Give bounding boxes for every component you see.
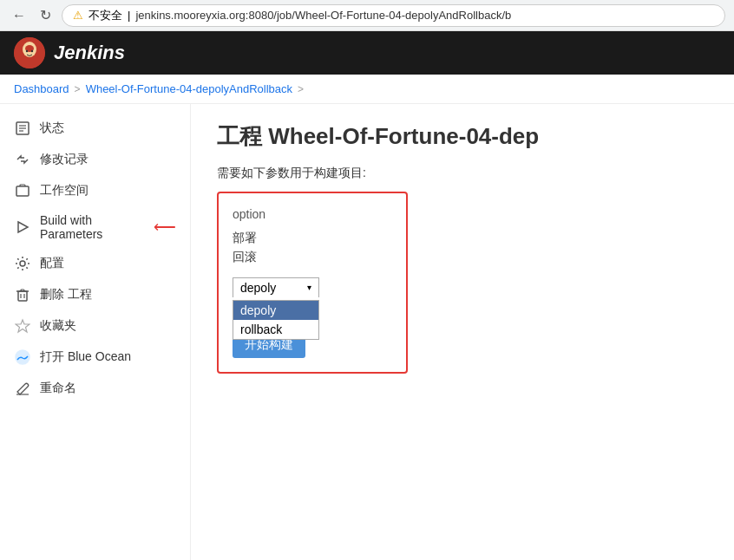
sidebar-label-status: 状态 — [40, 120, 64, 136]
dropdown-option-rollback[interactable]: rollback — [233, 320, 318, 339]
address-bar[interactable]: ⚠ 不安全 | jenkins.mooreyxia.org:8080/job/W… — [62, 4, 725, 27]
sidebar-label-rename: 重命名 — [40, 381, 76, 396]
rename-icon — [14, 380, 31, 397]
dropdown-option-depoly[interactable]: depoly — [233, 301, 318, 320]
dropdown-wrapper: depoly ▾ depoly rollback — [233, 277, 392, 297]
address-text: jenkins.mooreyxia.org:8080/job/Wheel-Of-… — [135, 9, 511, 22]
dropdown-current-value: depoly — [240, 281, 276, 295]
sidebar-label-favorites: 收藏夹 — [40, 318, 76, 334]
browser-bar: ← ↻ ⚠ 不安全 | jenkins.mooreyxia.org:8080/j… — [0, 0, 734, 31]
svg-rect-12 — [18, 291, 27, 301]
breadcrumb-project[interactable]: Wheel-Of-Fortune-04-depolyAndRollback — [86, 82, 292, 95]
security-label: 不安全 — [88, 8, 122, 23]
sidebar-label-blue-ocean: 打开 Blue Ocean — [40, 349, 131, 365]
sidebar-label-delete: 删除 工程 — [40, 287, 92, 303]
subtitle: 需要如下参数用于构建项目: — [217, 166, 708, 181]
breadcrumb: Dashboard > Wheel-Of-Fortune-04-depolyAn… — [0, 75, 734, 104]
configure-icon — [14, 255, 31, 272]
svg-point-11 — [20, 261, 25, 266]
svg-marker-10 — [18, 222, 28, 232]
param-box: option 部署 回滚 depoly ▾ depoly rollback 开始… — [217, 192, 408, 374]
dropdown-options: depoly rollback — [233, 300, 319, 340]
sidebar-label-workspace: 工作空间 — [40, 183, 88, 199]
svg-marker-16 — [16, 320, 29, 332]
jenkins-logo — [14, 37, 45, 68]
sidebar-item-build-with-params[interactable]: Build with Parameters ⟵ — [0, 206, 190, 248]
changes-icon — [14, 151, 31, 168]
breadcrumb-home[interactable]: Dashboard — [14, 82, 69, 95]
sidebar-label-changes: 修改记录 — [40, 152, 88, 167]
main-layout: 状态 修改记录 工作空间 — [0, 104, 734, 560]
sidebar-label-build-with-params: Build with Parameters — [40, 213, 141, 241]
jenkins-header: Jenkins — [0, 31, 734, 75]
status-icon — [14, 120, 31, 137]
page-title: 工程 Wheel-Of-Fortune-04-dep — [217, 121, 708, 152]
svg-point-4 — [31, 50, 33, 52]
dropdown-trigger[interactable]: depoly ▾ — [233, 277, 319, 297]
address-separator: | — [128, 9, 130, 22]
breadcrumb-sep1: > — [75, 83, 81, 95]
param-label: option — [233, 207, 392, 221]
content-area: 工程 Wheel-Of-Fortune-04-dep 需要如下参数用于构建项目:… — [191, 104, 734, 560]
star-icon — [14, 317, 31, 335]
reload-button[interactable]: ↻ — [36, 5, 55, 25]
sidebar-item-favorites[interactable]: 收藏夹 — [0, 310, 190, 342]
sidebar-item-rename[interactable]: 重命名 — [0, 373, 190, 404]
security-icon: ⚠ — [73, 9, 83, 22]
sidebar-item-changes[interactable]: 修改记录 — [0, 144, 190, 175]
sidebar-item-blue-ocean[interactable]: 打开 Blue Ocean — [0, 342, 190, 373]
svg-point-3 — [26, 50, 28, 52]
sidebar-item-configure[interactable]: 配置 — [0, 248, 190, 279]
sidebar-arrow: ⟵ — [154, 218, 176, 237]
sidebar-item-status[interactable]: 状态 — [0, 113, 190, 144]
param-option-deploy: 部署 — [233, 228, 392, 247]
back-button[interactable]: ← — [9, 6, 29, 25]
svg-rect-9 — [16, 186, 29, 196]
sidebar: 状态 修改记录 工作空间 — [0, 104, 191, 560]
breadcrumb-sep2: > — [298, 83, 304, 95]
sidebar-label-configure: 配置 — [40, 256, 64, 271]
workspace-icon — [14, 182, 31, 199]
sidebar-item-delete[interactable]: 删除 工程 — [0, 279, 190, 310]
jenkins-title: Jenkins — [54, 42, 125, 64]
chevron-down-icon: ▾ — [307, 283, 311, 292]
build-icon — [14, 218, 31, 236]
blue-ocean-icon — [14, 348, 31, 366]
sidebar-item-workspace[interactable]: 工作空间 — [0, 175, 190, 206]
param-option-rollback: 回滚 — [233, 247, 392, 266]
delete-icon — [14, 286, 31, 303]
param-options: 部署 回滚 — [233, 228, 392, 267]
